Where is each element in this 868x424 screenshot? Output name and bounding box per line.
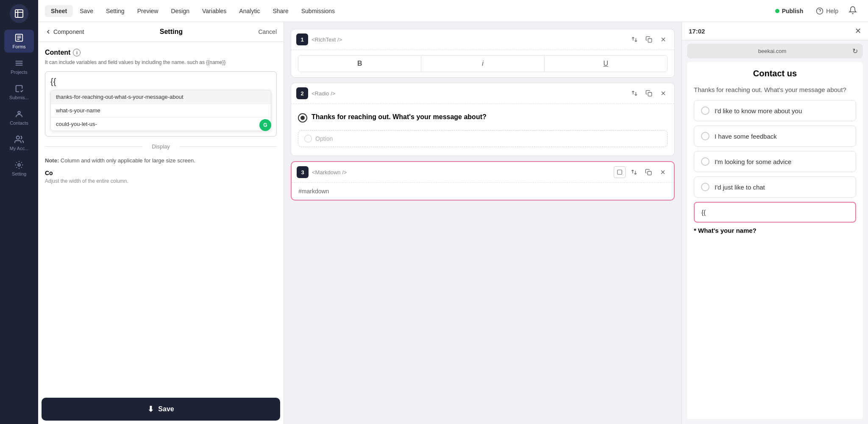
block-2-actions [629,87,669,99]
topnav-analytic[interactable]: Analytic [233,5,266,17]
sidebar-item-contacts[interactable]: Contacts [4,106,34,129]
topnav-share[interactable]: Share [267,5,294,17]
save-icon: ⬇ [147,404,154,414]
save-label: Save [158,405,174,413]
phone-refresh-btn[interactable]: ↻ [852,47,858,55]
editor-brace-text: {{ [50,77,271,86]
help-button[interactable]: Help [811,5,843,17]
autocomplete-item-1[interactable]: what-s-your-name [51,104,271,117]
topnav-save[interactable]: Save [74,5,99,17]
note-text: Note: Column and width only applicable f… [45,156,277,165]
sidebar-label-submissions: Submis... [9,95,29,100]
middle-panel: 1 <RichText /> B i [284,22,682,424]
main-layout: Component Setting Cancel Content i It ca… [38,22,868,424]
phone-content: Contact us Thanks for reaching out. What… [687,62,863,419]
help-label: Help [826,8,838,14]
richtext-italic-btn[interactable]: i [421,56,544,72]
topnav-preview[interactable]: Preview [131,5,164,17]
publish-status-dot [775,9,779,13]
save-button[interactable]: ⬇ Save [42,398,280,421]
topnav-submissions[interactable]: Submissions [295,5,341,17]
phone-close-btn[interactable]: ✕ [855,26,861,36]
block-3-delete-btn[interactable] [657,166,669,178]
radio-selected-row: Thanks for reaching out. What's your mes… [298,112,668,127]
publish-label: Publish [782,8,804,14]
svg-point-4 [18,112,20,114]
block-2-delete-btn[interactable] [657,87,669,99]
phone-text-input[interactable]: {{ [694,202,856,223]
sidebar-label-projects: Projects [11,70,28,75]
sidebar-narrow: Forms Projects Submis... Contacts My Acc… [0,0,38,424]
block-2-body: Thanks for reaching out. What's your mes… [291,104,674,156]
radio-question: Thanks for reaching out. What's your mes… [312,112,487,122]
markdown-preview: #markdown [298,188,667,195]
phone-radio-circle-2 [701,157,709,166]
content-info-icon[interactable]: i [73,49,81,56]
sidebar-item-submissions[interactable]: Submis... [4,81,34,103]
block-2-type: <Radio /> [312,90,625,97]
block-3-body: #markdown [292,183,674,200]
phone-radio-option-2[interactable]: I'm looking for some advice [694,151,856,172]
autocomplete-item-0[interactable]: thanks-for-reaching-out-what-s-your-mess… [51,90,271,104]
phone-radio-circle-1 [701,132,709,140]
autocomplete-dropdown: thanks-for-reaching-out-what-s-your-mess… [50,90,271,131]
svg-point-5 [17,136,19,139]
sidebar-item-forms[interactable]: Forms [4,30,34,53]
sidebar-item-setting[interactable]: Setting [4,157,34,180]
left-panel-body: Content i It can include variables and f… [38,42,284,394]
radio-block-content: Thanks for reaching out. What's your mes… [298,109,668,151]
radio-checked-icon [298,113,307,123]
radio-option-input[interactable]: Option [298,130,668,147]
topnav-variables[interactable]: Variables [196,5,232,17]
block-1-type: <RichText /> [312,36,625,43]
topnav-setting[interactable]: Setting [100,5,131,17]
radio-option-placeholder: Option [315,135,333,142]
svg-rect-16 [648,171,651,175]
phone-radio-circle-3 [701,183,709,191]
phone-time: 17:02 [689,28,705,35]
block-3-copy-btn[interactable] [643,166,654,178]
block-3-number: 3 [297,166,309,178]
phone-radio-circle-0 [701,106,709,115]
content-editor[interactable]: {{ thanks-for-reaching-out-what-s-your-m… [45,71,277,137]
block-1-reorder-btn[interactable] [629,33,640,45]
autocomplete-item-2[interactable]: could-you-let-us- [51,117,271,131]
phone-radio-option-3[interactable]: I'd just like to chat [694,176,856,198]
app-logo[interactable] [10,4,28,23]
svg-point-6 [18,164,20,166]
block-1-number: 1 [296,33,308,45]
richtext-underline-btn[interactable]: U [545,56,667,72]
block-2-reorder-btn[interactable] [629,87,640,99]
back-button[interactable]: Component [45,28,84,35]
cancel-button[interactable]: Cancel [258,28,277,35]
content-hint: It can include variables and field value… [45,59,277,66]
phone-section-label: * What's your name? [694,227,856,234]
block-3-square-btn[interactable] [614,166,626,178]
block-3-reorder-btn[interactable] [628,166,640,178]
block-1-delete-btn[interactable] [657,33,669,45]
back-label: Component [53,28,84,35]
display-section-label: Display [45,143,277,150]
publish-button[interactable]: Publish [768,5,810,17]
sidebar-label-forms: Forms [12,44,25,49]
block-2-copy-btn[interactable] [643,87,655,99]
sidebar-label-setting: Setting [12,171,26,176]
save-bar: ⬇ Save [42,398,280,421]
block-1-copy-btn[interactable] [643,33,655,45]
sidebar-item-projects[interactable]: Projects [4,55,34,78]
phone-question: Thanks for reaching out. What's your mes… [694,85,856,94]
phone-radio-option-0[interactable]: I'd like to know more about you [694,100,856,121]
panel-title: Setting [91,28,251,36]
sidebar-item-my-account[interactable]: My Acc... [4,131,34,154]
left-panel: Component Setting Cancel Content i It ca… [38,22,284,424]
block-2-header: 2 <Radio /> [291,83,674,104]
phone-radio-option-1[interactable]: I have some feedback [694,126,856,147]
grammarly-icon[interactable]: G [259,119,271,131]
left-panel-header: Component Setting Cancel [38,22,284,42]
richtext-bold-btn[interactable]: B [298,56,421,72]
top-nav: Sheet Save Setting Preview Design Variab… [38,0,868,22]
notification-button[interactable] [844,3,861,18]
block-2-number: 2 [296,87,308,99]
topnav-design[interactable]: Design [165,5,195,17]
topnav-sheet[interactable]: Sheet [45,5,73,17]
